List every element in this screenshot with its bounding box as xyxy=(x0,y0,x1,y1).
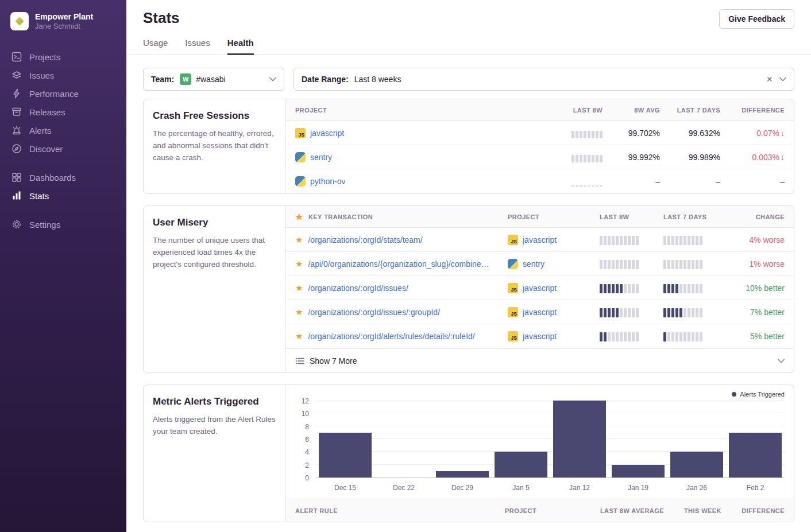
change-value: 7% better xyxy=(727,308,785,317)
chevron-down-icon[interactable] xyxy=(778,359,785,363)
star-icon: ★ xyxy=(295,212,303,222)
javascript-icon: JS xyxy=(508,307,518,317)
transaction-link[interactable]: /organizations/:orgId/stats/team/ xyxy=(308,235,422,244)
dashboards-icon xyxy=(11,172,22,182)
show-more-label: Show 7 More xyxy=(310,356,357,366)
team-select[interactable]: Team: W #wasabi xyxy=(143,68,284,91)
table-row: ★/api/0/organizations/{organization_slug… xyxy=(286,252,794,276)
sidebar-item-stats[interactable]: Stats xyxy=(0,187,126,205)
sidebar-item-dashboards[interactable]: Dashboards xyxy=(0,168,126,187)
arrow-down-icon: ↓ xyxy=(781,153,785,162)
project-link[interactable]: javascript xyxy=(310,129,344,138)
date-range-select[interactable]: Date Range: Last 8 weeks × xyxy=(293,68,794,91)
sidebar-item-label: Issues xyxy=(29,71,54,80)
chart-bar xyxy=(667,401,726,477)
show-more-button[interactable]: Show 7 More xyxy=(286,348,794,372)
panel-title: User Misery xyxy=(153,217,276,228)
python-icon xyxy=(508,259,518,269)
chevron-down-icon[interactable] xyxy=(779,77,786,81)
sparkline-8w xyxy=(600,235,639,245)
project-link[interactable]: javascript xyxy=(523,308,557,317)
nav-divider xyxy=(0,205,126,215)
project-link[interactable]: javascript xyxy=(523,235,557,244)
chart-bar xyxy=(550,401,609,477)
page-header: Stats Give Feedback xyxy=(126,0,811,29)
key-transaction-star-icon[interactable]: ★ xyxy=(295,283,303,293)
metric-alerts-chart-area: Alerts Triggered 024681012 Dec 15Dec 22D… xyxy=(286,385,794,522)
change-value: 5% better xyxy=(727,332,785,341)
diff-value: 0.07% xyxy=(756,129,779,138)
sidebar-item-performance[interactable]: Performance xyxy=(0,84,126,103)
panel-description: The percentage of healthy, errored, and … xyxy=(153,128,276,164)
chart-bar xyxy=(492,401,550,477)
avg-value: – xyxy=(603,177,660,186)
key-transaction-star-icon[interactable]: ★ xyxy=(295,259,303,269)
key-transaction-star-icon[interactable]: ★ xyxy=(295,307,303,317)
org-switcher[interactable]: Empower Plant Jane Schmidt xyxy=(0,0,126,40)
sidebar-item-alerts[interactable]: Alerts xyxy=(0,121,126,139)
project-link[interactable]: python-ov xyxy=(310,177,345,186)
team-avatar: W xyxy=(180,73,191,85)
javascript-icon: JS xyxy=(508,235,518,245)
key-transaction-star-icon[interactable]: ★ xyxy=(295,331,303,341)
panel-title: Metric Alerts Triggered xyxy=(153,396,276,407)
sidebar-nav: Projects Issues Performance Releases Ale… xyxy=(0,40,126,234)
col-this-week: THIS WEEK xyxy=(664,507,721,514)
chevron-down-icon[interactable] xyxy=(269,77,276,81)
sidebar-item-releases[interactable]: Releases xyxy=(0,103,126,121)
nav-divider xyxy=(0,158,126,168)
sparkline-8w xyxy=(600,283,639,293)
diff-value: 0.003% xyxy=(752,153,779,162)
project-link[interactable]: javascript xyxy=(523,284,557,293)
sparkline xyxy=(571,176,603,187)
sidebar-item-settings[interactable]: Settings xyxy=(0,215,126,234)
org-name: Empower Plant xyxy=(35,11,93,22)
tab-health[interactable]: Health xyxy=(227,38,254,55)
sparkline-8w xyxy=(600,307,639,317)
sidebar-item-discover[interactable]: Discover xyxy=(0,139,126,158)
list-icon xyxy=(295,356,304,366)
change-value: 1% worse xyxy=(727,259,785,269)
col-last-8w: LAST 8W xyxy=(539,107,603,114)
transaction-link[interactable]: /organizations/:orgId/issues/:groupId/ xyxy=(308,308,440,317)
sidebar-item-label: Settings xyxy=(29,220,60,230)
sidebar-item-label: Stats xyxy=(29,191,49,201)
sidebar: Empower Plant Jane Schmidt Projects Issu… xyxy=(0,0,126,532)
sidebar-item-projects[interactable]: Projects xyxy=(0,48,126,66)
crash-free-sessions-panel: Crash Free Sessions The percentage of he… xyxy=(143,99,794,194)
org-info: Empower Plant Jane Schmidt xyxy=(35,11,93,30)
give-feedback-button[interactable]: Give Feedback xyxy=(719,9,794,29)
transaction-link[interactable]: /organizations/:orgId/alerts/rules/detai… xyxy=(308,332,474,341)
user-misery-description: User Misery The number of unique users t… xyxy=(144,206,286,372)
bar-chart-icon xyxy=(11,191,22,201)
key-transaction-star-icon[interactable]: ★ xyxy=(295,235,303,245)
project-link[interactable]: sentry xyxy=(523,259,544,269)
sparkline xyxy=(571,128,603,138)
tab-usage[interactable]: Usage xyxy=(143,38,168,55)
table-row: sentry 99.992% 99.989% 0.003%↓ xyxy=(286,145,794,169)
transaction-link[interactable]: /api/0/organizations/{organization_slug}… xyxy=(308,259,489,269)
chart-y-axis: 024681012 xyxy=(295,401,316,478)
chart-bars xyxy=(316,401,785,477)
chart-plot xyxy=(316,401,785,478)
table-row: ★/organizations/:orgId/alerts/rules/deta… xyxy=(286,324,794,348)
col-last-7-days: LAST 7 DAYS xyxy=(660,107,720,114)
sidebar-item-issues[interactable]: Issues xyxy=(0,66,126,84)
diff-value: – xyxy=(720,177,785,186)
project-link[interactable]: javascript xyxy=(523,332,557,341)
project-link[interactable]: sentry xyxy=(310,153,332,162)
gear-icon xyxy=(11,219,22,230)
team-label: Team: xyxy=(151,75,174,84)
table-row: ★/organizations/:orgId/stats/team/ JSjav… xyxy=(286,228,794,252)
projects-icon xyxy=(11,52,22,62)
col-8w-avg: 8W AVG xyxy=(603,107,660,114)
col-project: PROJECT xyxy=(295,107,539,114)
col-last-7-days: LAST 7 DAYS xyxy=(663,213,727,220)
transaction-link[interactable]: /organizations/:orgId/issues/ xyxy=(308,284,408,293)
alert-rules-table-header: ALERT RULE PROJECT LAST 8W AVERAGE THIS … xyxy=(286,499,794,522)
app-root: Empower Plant Jane Schmidt Projects Issu… xyxy=(0,0,811,532)
tab-issues[interactable]: Issues xyxy=(185,38,210,55)
lightning-icon xyxy=(11,88,22,99)
chart-bar xyxy=(433,401,492,477)
clear-icon[interactable]: × xyxy=(766,74,773,84)
